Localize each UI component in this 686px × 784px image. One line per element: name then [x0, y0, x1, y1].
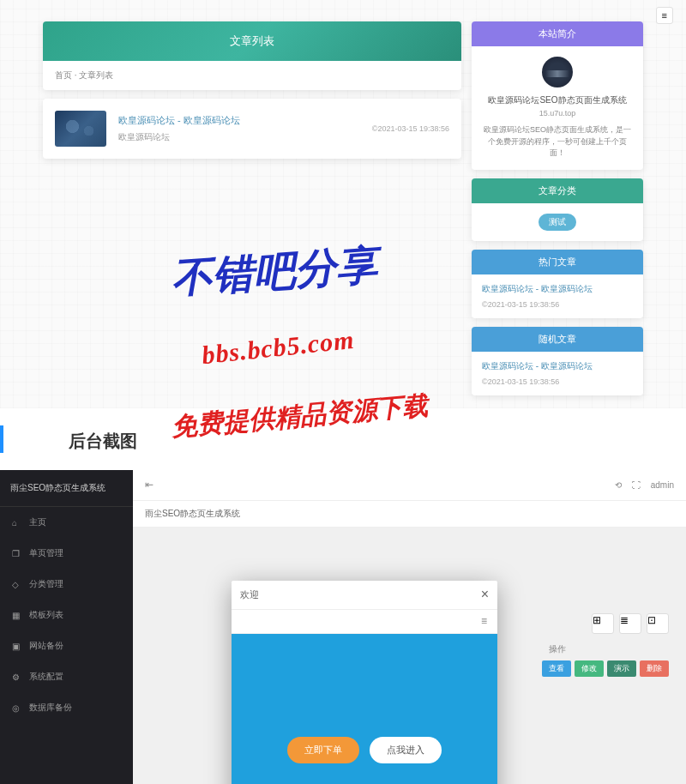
admin-content: ⊞ ≣ ⊡ 操作 查看 修改 演示 删除 欢迎 × ≡ [133, 528, 686, 785]
refresh-icon[interactable]: ⟲ [615, 480, 622, 490]
menu-page[interactable]: ❐单页管理 [0, 538, 133, 569]
action-btn-2[interactable]: ≣ [619, 613, 641, 634]
close-icon[interactable]: × [481, 587, 489, 602]
admin-logo: 雨尘SEO静态页生成系统 [0, 470, 133, 507]
site-intro-card: 本站简介 欧皇源码论坛SEO静态页面生成系统 15.u7u.top 欧皇源码论坛… [472, 21, 643, 170]
home-icon: ⌂ [12, 518, 21, 527]
admin-tab[interactable]: 雨尘SEO静态页生成系统 [133, 501, 686, 528]
action-btn-1[interactable]: ⊞ [592, 613, 614, 634]
intro-header: 本站简介 [472, 21, 643, 46]
modal-body: 立即下单 点我进入 [232, 634, 497, 785]
menu-toggle[interactable]: ≡ [656, 7, 673, 24]
welcome-modal: 欢迎 × ≡ 立即下单 点我进入 [232, 581, 497, 785]
hot-article-link[interactable]: 欧皇源码论坛 - 欧皇源码论坛 [482, 283, 633, 295]
article-item[interactable]: 欧皇源码论坛 - 欧皇源码论坛 欧皇源码论坛 ©2021-03-15 19:38… [43, 99, 461, 159]
database-icon: ◎ [12, 703, 21, 712]
sidebar-toggle-icon[interactable]: ⇤ [145, 479, 153, 491]
section-title: 后台截图 [69, 430, 617, 453]
action-buttons: ⊞ ≣ ⊡ [592, 613, 669, 634]
action-btn-3[interactable]: ⊡ [647, 613, 669, 634]
random-articles-card: 随机文章 欧皇源码论坛 - 欧皇源码论坛 ©2021-03-15 19:38:5… [472, 327, 643, 395]
breadcrumb: 首页 · 文章列表 [43, 61, 461, 90]
view-button[interactable]: 查看 [542, 660, 571, 677]
article-list-card: 文章列表 首页 · 文章列表 [43, 21, 461, 90]
hot-articles-card: 热门文章 欧皇源码论坛 - 欧皇源码论坛 ©2021-03-15 19:38:5… [472, 250, 643, 318]
intro-domain: 15.u7u.top [482, 109, 633, 118]
menu-home[interactable]: ⌂主页 [0, 507, 133, 538]
section-title-wrap: 后台截图 [0, 408, 686, 470]
article-thumbnail [55, 111, 106, 147]
gear-icon: ⚙ [12, 672, 21, 681]
random-article-date: ©2021-03-15 19:38:56 [482, 377, 559, 386]
page-icon: ❐ [12, 549, 21, 558]
modal-menu-icon[interactable]: ≡ [481, 615, 487, 627]
menu-backup[interactable]: ▣网站备份 [0, 630, 133, 661]
hot-article-date: ©2021-03-15 19:38:56 [482, 300, 559, 309]
frontend-preview: 文章列表 首页 · 文章列表 欧皇源码论坛 - 欧皇源码论坛 欧皇源码论坛 ©2… [0, 0, 686, 408]
enter-button[interactable]: 点我进入 [370, 737, 442, 763]
category-tag[interactable]: 测试 [539, 214, 576, 231]
admin-user[interactable]: admin [651, 480, 674, 490]
menu-template[interactable]: ▦模板列表 [0, 600, 133, 630]
article-title[interactable]: 欧皇源码论坛 - 欧皇源码论坛 [118, 114, 372, 127]
demo-button[interactable]: 演示 [607, 660, 636, 677]
hot-header: 热门文章 [472, 250, 643, 274]
edit-button[interactable]: 修改 [575, 660, 604, 677]
random-header: 随机文章 [472, 327, 643, 352]
site-avatar [542, 57, 573, 87]
article-subtitle: 欧皇源码论坛 [118, 131, 372, 143]
intro-title: 欧皇源码论坛SEO静态页面生成系统 [482, 94, 633, 106]
category-icon: ◇ [12, 580, 21, 588]
category-card: 文章分类 测试 [472, 178, 643, 241]
modal-title: 欢迎 [240, 588, 259, 601]
delete-button[interactable]: 删除 [640, 660, 669, 677]
template-icon: ▦ [12, 611, 21, 619]
menu-db[interactable]: ◎数据库备份 [0, 692, 133, 723]
menu-system[interactable]: ⚙系统配置 [0, 661, 133, 692]
admin-sidebar: 雨尘SEO静态页生成系统 ⌂主页 ❐单页管理 ◇分类管理 ▦模板列表 ▣网站备份… [0, 470, 133, 785]
breadcrumb-home[interactable]: 首页 [55, 70, 72, 80]
row-action-buttons: 查看 修改 演示 删除 [542, 660, 669, 677]
random-article-link[interactable]: 欧皇源码论坛 - 欧皇源码论坛 [482, 360, 633, 372]
admin-topbar: ⇤ ⟲ ⛶ admin [133, 470, 686, 501]
breadcrumb-current: 文章列表 [79, 70, 113, 80]
order-button[interactable]: 立即下单 [287, 737, 359, 763]
backup-icon: ▣ [12, 642, 21, 650]
admin-panel: 雨尘SEO静态页生成系统 ⌂主页 ❐单页管理 ◇分类管理 ▦模板列表 ▣网站备份… [0, 470, 686, 785]
admin-main: ⇤ ⟲ ⛶ admin 雨尘SEO静态页生成系统 ⊞ ≣ ⊡ 操作 查看 修改 … [133, 470, 686, 785]
operation-label: 操作 [549, 643, 566, 655]
intro-desc: 欧皇源码论坛SEO静态页面生成系统，是一个免费开源的程序，一秒可创建上千个页面！ [482, 124, 633, 160]
menu-category[interactable]: ◇分类管理 [0, 569, 133, 600]
article-date: ©2021-03-15 19:38:56 [372, 124, 449, 133]
article-list-header: 文章列表 [43, 21, 461, 61]
fullscreen-icon[interactable]: ⛶ [632, 480, 641, 490]
category-header: 文章分类 [472, 178, 643, 203]
